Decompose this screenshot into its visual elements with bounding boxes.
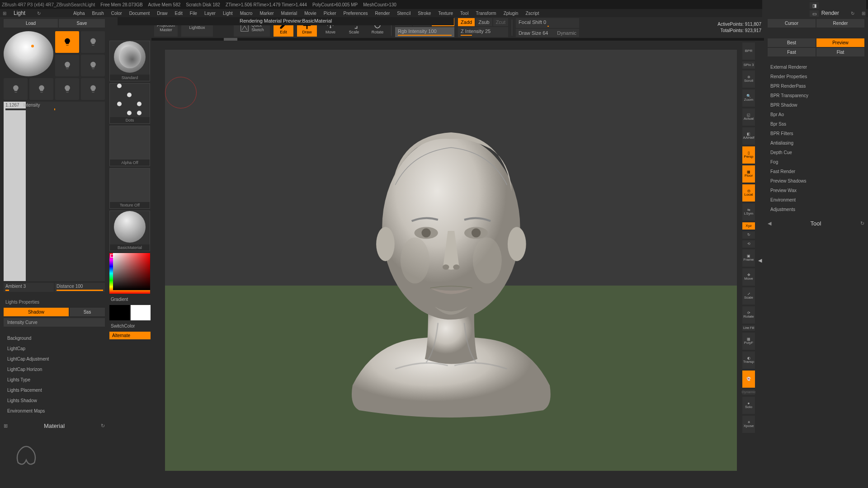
light-slot-8[interactable] xyxy=(81,78,105,100)
prop-environment-maps[interactable]: Environment Maps xyxy=(4,407,105,415)
prop-bpr-filters[interactable]: BPR Filters xyxy=(768,129,864,138)
menu-zscript[interactable]: Zscript xyxy=(525,11,539,16)
switchcolor-button[interactable]: SwitchColor xyxy=(109,322,151,330)
menu-material[interactable]: Material xyxy=(281,11,297,16)
load-button[interactable]: Load xyxy=(4,19,58,28)
collapse-tool-icon[interactable]: ◀ xyxy=(768,221,771,226)
zadd-button[interactable]: Zadd xyxy=(458,18,475,26)
prop-lightcap-horizon[interactable]: LightCap Horizon xyxy=(4,365,105,374)
lsym-button[interactable]: ⇋LSym xyxy=(742,203,755,221)
menu-stroke[interactable]: Stroke xyxy=(418,11,431,16)
z-intensity-slider[interactable]: Z Intensity 25 xyxy=(458,27,508,37)
prop-lights-type[interactable]: Lights Type xyxy=(4,375,105,384)
viewport-canvas[interactable] xyxy=(165,50,737,471)
prop-fast-render[interactable]: Fast Render xyxy=(768,167,864,176)
cursor-button[interactable]: Cursor xyxy=(768,19,816,28)
prop-lightcap[interactable]: LightCap xyxy=(4,344,105,353)
light-slot-5[interactable] xyxy=(4,78,28,100)
bpr-button[interactable]: BPR xyxy=(742,42,755,60)
light-slot-2[interactable] xyxy=(81,31,105,53)
menu-zplugin[interactable]: Zplugin xyxy=(504,11,519,16)
menu-alpha[interactable]: Alpha xyxy=(73,11,85,16)
color-picker[interactable] xyxy=(109,253,150,294)
swatch-secondary[interactable] xyxy=(109,305,130,320)
distance-slider[interactable]: Distance 100 xyxy=(55,283,105,292)
menu-preferences[interactable]: Preferences xyxy=(344,11,368,16)
transp-button[interactable]: ◐Transp xyxy=(742,352,755,369)
persp-button[interactable]: ▯Persp xyxy=(742,146,755,164)
prop-bpr-renderpass[interactable]: BPR RenderPass xyxy=(768,82,864,90)
best-button[interactable]: Best xyxy=(768,38,816,47)
gradient-button[interactable]: Gradient xyxy=(109,296,151,303)
local-button[interactable]: ◎Local xyxy=(742,184,755,202)
alpha-thumb[interactable]: Alpha Off xyxy=(109,126,150,166)
menu-texture[interactable]: Texture xyxy=(438,11,453,16)
draw-size-slider[interactable]: Draw Size 64 Dynamic xyxy=(516,29,579,37)
light-position-dot[interactable] xyxy=(31,45,34,47)
prop-preview-wax[interactable]: Preview Wax xyxy=(768,186,864,195)
zcut-button[interactable]: Zcut xyxy=(493,18,508,26)
actual-button[interactable]: ◱Actual xyxy=(742,108,755,126)
light-preview-sphere[interactable] xyxy=(4,31,53,76)
menu-color[interactable]: Color xyxy=(111,11,122,16)
rot-z[interactable]: ⟲ xyxy=(742,240,755,248)
menu-transform[interactable]: Transform xyxy=(476,11,496,16)
light-slot-7[interactable] xyxy=(55,78,79,100)
menu-movie[interactable]: Movie xyxy=(304,11,316,16)
spix-slider[interactable]: SPix 3 xyxy=(742,61,755,69)
rot-y[interactable]: ↻ xyxy=(742,231,755,239)
prop-depth-cue[interactable]: Depth Cue xyxy=(768,148,864,157)
prop-bpr-ao[interactable]: Bpr Ao xyxy=(768,110,864,119)
prop-environment[interactable]: Environment xyxy=(768,196,864,204)
ambient-slider[interactable]: Ambient 3 xyxy=(4,283,54,292)
scale-nav-button[interactable]: ⤢Scale xyxy=(742,287,755,305)
frame-button[interactable]: ▣Frame xyxy=(742,249,755,267)
aahalf-button[interactable]: ◧AAHalf xyxy=(742,127,755,145)
menu-stencil[interactable]: Stencil xyxy=(397,11,410,16)
prop-background[interactable]: Background xyxy=(4,334,105,343)
ghost-button[interactable]: 👻 xyxy=(742,371,755,388)
polyf-button[interactable]: ▦PolyF xyxy=(742,333,755,350)
light-slot-3[interactable] xyxy=(55,55,79,76)
prop-antialiasing[interactable]: Antialiasing xyxy=(768,139,864,147)
light-slot-4[interactable] xyxy=(81,55,105,76)
menu-layer[interactable]: Layer xyxy=(204,11,216,16)
light-slot-1[interactable] xyxy=(55,31,79,53)
refresh-icon-right[interactable]: ↻ xyxy=(851,11,854,16)
prop-external-renderer[interactable]: External Renderer xyxy=(768,63,864,71)
dock-icon[interactable]: ⊞ xyxy=(3,11,6,16)
dock-icon-material[interactable]: ⊞ xyxy=(4,423,8,429)
shadow-button[interactable]: Shadow xyxy=(4,308,69,316)
prop-fog[interactable]: Fog xyxy=(768,158,864,166)
sss-button[interactable]: Sss xyxy=(70,308,105,316)
menu-edit[interactable]: Edit xyxy=(175,11,183,16)
win-btn-2[interactable]: ◨ xyxy=(810,2,819,9)
zsub-button[interactable]: Zsub xyxy=(476,18,492,26)
flat-button[interactable]: Flat xyxy=(816,48,864,56)
texture-thumb[interactable]: Texture Off xyxy=(109,168,150,209)
menu-file[interactable]: File xyxy=(190,11,197,16)
menu-tool[interactable]: Tool xyxy=(460,11,468,16)
focal-shift-slider[interactable]: Focal Shift 0 xyxy=(516,18,579,28)
menu-document[interactable]: Document xyxy=(129,11,150,16)
rgb-intensity-slider[interactable]: Rgb Intensity 100 xyxy=(395,27,454,37)
rotate-nav-button[interactable]: ⟳Rotate xyxy=(742,306,755,324)
fast-button[interactable]: Fast xyxy=(768,48,816,56)
xyz-button[interactable]: Xyz xyxy=(742,222,755,230)
menu-render[interactable]: Render xyxy=(375,11,390,16)
move-nav-button[interactable]: ✥Move xyxy=(742,268,755,286)
dynamic-nav[interactable]: Dynamic xyxy=(742,389,755,395)
prop-bpr-sss[interactable]: Bpr Sss xyxy=(768,120,864,128)
material-thumb[interactable]: BasicMaterial xyxy=(109,211,150,251)
light-slot-6[interactable] xyxy=(29,78,53,100)
prop-lights-shadow[interactable]: Lights Shadow xyxy=(4,396,105,405)
scroll-button[interactable]: ⊕Scroll xyxy=(742,70,755,88)
menu-marker[interactable]: Marker xyxy=(259,11,274,16)
prop-lights-placement[interactable]: Lights Placement xyxy=(4,386,105,394)
prop-lightcap-adjustment[interactable]: LightCap Adjustment xyxy=(4,355,105,363)
refresh-tool-icon[interactable]: ↻ xyxy=(860,221,864,226)
preview-button[interactable]: Preview xyxy=(816,38,864,47)
menu-light[interactable]: Light xyxy=(223,11,233,16)
refresh-icon-material[interactable]: ↻ xyxy=(101,423,105,429)
win-btn-1[interactable]: ◧ xyxy=(810,0,819,0)
